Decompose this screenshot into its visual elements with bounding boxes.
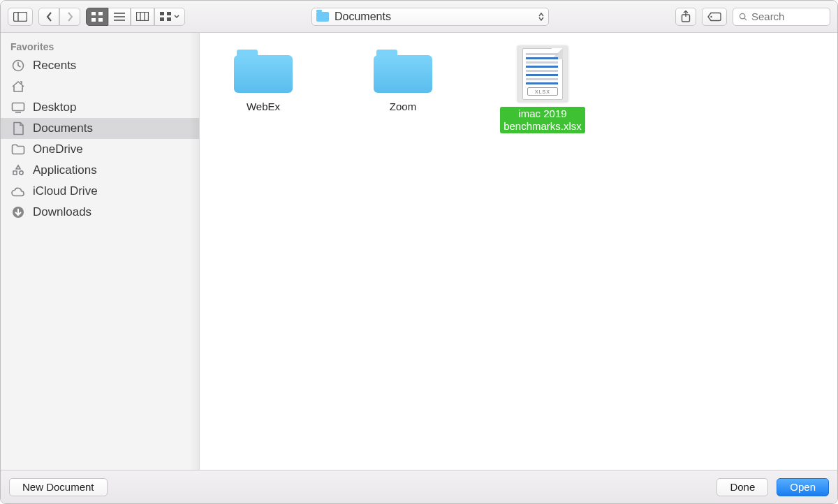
footer: New Document Done Open	[1, 470, 837, 503]
sidebar-scroll-edge	[189, 33, 199, 470]
svg-rect-22	[13, 103, 24, 111]
svg-rect-5	[98, 18, 103, 22]
toolbar: Documents	[1, 1, 837, 33]
sidebar-item-onedrive[interactable]: OneDrive	[1, 139, 199, 160]
sidebar-icon	[13, 12, 27, 22]
columns-icon	[136, 12, 149, 21]
svg-rect-13	[167, 12, 171, 15]
button-label: Done	[730, 481, 755, 493]
open-button[interactable]: Open	[777, 478, 829, 496]
sidebar-item-icloud[interactable]: iCloud Drive	[1, 181, 199, 202]
view-switcher	[86, 8, 185, 26]
svg-rect-4	[91, 18, 96, 22]
path-label: Documents	[335, 10, 533, 23]
finder-open-dialog: Documents Favorites Recen	[0, 0, 838, 504]
sidebar-item-home[interactable]	[1, 76, 199, 97]
chevron-left-icon	[46, 12, 52, 22]
body: Favorites Recents Desktop	[1, 33, 837, 470]
sidebar-item-label: Downloads	[33, 205, 91, 219]
sidebar-item-label: Recents	[33, 59, 76, 73]
file-type-badge: XLSX	[527, 87, 558, 96]
share-button[interactable]	[675, 8, 696, 26]
list-icon	[114, 13, 125, 21]
sidebar-item-documents[interactable]: Documents	[1, 118, 199, 139]
search-input[interactable]	[751, 10, 824, 22]
folder-icon	[374, 48, 432, 93]
file-item-xlsx[interactable]: XLSX imac 2019 benchmarks.xlsx	[497, 45, 588, 133]
gallery-view-button[interactable]	[154, 8, 185, 26]
list-view-button[interactable]	[108, 8, 131, 26]
file-label: imac 2019 benchmarks.xlsx	[500, 107, 585, 133]
desktop-icon	[10, 101, 26, 114]
sidebar-item-label: Desktop	[33, 101, 76, 114]
column-view-button[interactable]	[131, 8, 154, 26]
downloads-icon	[10, 205, 26, 219]
sidebar-section-title: Favorites	[1, 40, 199, 55]
search-field[interactable]	[733, 8, 830, 26]
new-document-button[interactable]: New Document	[9, 478, 108, 496]
sidebar-item-label: OneDrive	[33, 142, 83, 156]
svg-rect-12	[160, 12, 164, 15]
applications-icon	[10, 163, 26, 177]
svg-point-24	[20, 171, 23, 175]
folder-icon	[234, 48, 293, 93]
clock-icon	[10, 59, 26, 73]
forward-button[interactable]	[59, 8, 80, 26]
folder-icon	[10, 142, 26, 156]
sidebar-item-label: Applications	[33, 163, 97, 177]
done-button[interactable]: Done	[716, 478, 768, 496]
svg-point-19	[740, 13, 744, 18]
gallery-icon	[160, 12, 171, 21]
svg-line-20	[744, 18, 747, 20]
button-label: New Document	[22, 481, 94, 493]
icon-view-button[interactable]	[86, 8, 108, 26]
svg-rect-3	[98, 12, 103, 15]
sidebar-item-label: iCloud Drive	[33, 184, 98, 198]
chevron-right-icon	[67, 12, 73, 22]
back-button[interactable]	[38, 8, 59, 26]
share-icon	[681, 10, 691, 22]
nav-buttons	[38, 8, 80, 26]
home-icon	[10, 80, 26, 94]
folder-icon	[316, 12, 329, 22]
search-icon	[739, 12, 747, 22]
chevron-down-icon	[174, 15, 179, 19]
sidebar-item-applications[interactable]: Applications	[1, 160, 199, 181]
file-item-folder[interactable]: WebEx	[218, 45, 309, 114]
sidebar: Favorites Recents Desktop	[1, 33, 200, 470]
file-label: Zoom	[386, 100, 420, 114]
sidebar-item-recents[interactable]: Recents	[1, 55, 199, 76]
spreadsheet-icon: XLSX	[522, 48, 563, 100]
tags-button[interactable]	[702, 8, 727, 26]
svg-rect-9	[137, 13, 149, 21]
svg-rect-14	[160, 17, 164, 21]
svg-rect-2	[91, 12, 96, 15]
file-item-folder[interactable]: Zoom	[358, 45, 448, 114]
file-label: WebEx	[243, 100, 284, 114]
documents-icon	[10, 121, 26, 135]
svg-point-18	[710, 15, 712, 17]
tag-icon	[707, 12, 721, 22]
path-popup[interactable]: Documents	[311, 8, 549, 26]
svg-rect-15	[167, 17, 171, 21]
stepper-icon	[538, 13, 544, 21]
sidebar-item-desktop[interactable]: Desktop	[1, 97, 199, 118]
button-label: Open	[790, 481, 816, 493]
sidebar-toggle-button[interactable]	[8, 8, 33, 26]
sidebar-item-label: Documents	[33, 121, 93, 135]
file-grid: WebEx Zoom XLSX imac 2019 benchmarks.xls…	[200, 33, 837, 470]
grid-icon	[91, 12, 103, 22]
cloud-icon	[10, 184, 26, 198]
svg-rect-0	[14, 12, 27, 21]
sidebar-item-downloads[interactable]: Downloads	[1, 202, 199, 223]
